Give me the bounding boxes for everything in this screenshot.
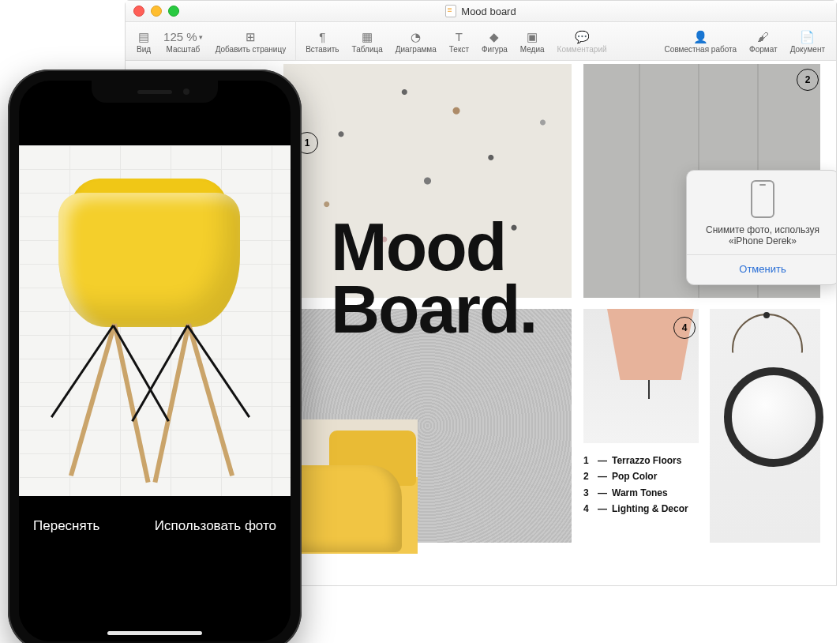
camera-bottom-bar: Переснять Использовать фото: [19, 498, 291, 641]
chair-seat: [58, 193, 240, 327]
legend-row: 4—Lighting & Decor: [583, 501, 688, 517]
document-label: Документ: [790, 45, 825, 54]
chart-button[interactable]: ◔ Диаграмма: [389, 22, 443, 60]
legend-row: 3—Warm Tones: [583, 485, 688, 501]
mirror-nail: [763, 312, 770, 318]
zoom-value: 125 %▾: [163, 29, 203, 45]
text-label: Текст: [449, 45, 469, 54]
media-button[interactable]: ▣ Медиа: [514, 22, 551, 60]
lamp-cord: [648, 380, 650, 399]
text-button[interactable]: T Текст: [443, 22, 475, 60]
shape-button[interactable]: ◆ Фигура: [475, 22, 514, 60]
text-icon: T: [456, 29, 463, 45]
document-title[interactable]: Mood Board.: [331, 216, 536, 340]
table-button[interactable]: ▦ Таблица: [346, 22, 389, 60]
format-label: Формат: [749, 45, 778, 54]
chart-icon: ◔: [411, 29, 421, 45]
legend-row: 2—Pop Color: [583, 468, 688, 484]
marker-4[interactable]: 4: [673, 317, 696, 339]
zoom-label: Масштаб: [166, 45, 200, 54]
document-button[interactable]: 📄 Документ: [784, 22, 831, 60]
shape-label: Фигура: [482, 45, 508, 54]
collaborate-button[interactable]: 👤 Совместная работа: [658, 22, 744, 60]
iphone-device: Переснять Использовать фото: [8, 70, 302, 643]
insert-label: Вставить: [306, 45, 339, 54]
toolbar: ▤ Вид 125 %▾ Масштаб ⊞ Добавить страницу…: [126, 22, 836, 61]
popover-cancel-button[interactable]: Отменить: [695, 260, 831, 278]
comment-button[interactable]: 💬 Комментарий: [551, 22, 613, 60]
view-icon: ▤: [138, 29, 149, 45]
format-icon: 🖌: [757, 29, 769, 45]
shape-icon: ◆: [489, 29, 499, 45]
table-label: Таблица: [352, 45, 383, 54]
zoom-control[interactable]: 125 %▾ Масштаб: [157, 22, 209, 60]
add-page-label: Добавить страницу: [216, 45, 287, 54]
mirror-ring: [724, 367, 823, 467]
phone-icon: [751, 180, 774, 218]
comment-icon: 💬: [575, 29, 590, 45]
collaborate-icon: 👤: [693, 29, 708, 45]
media-icon: ▣: [527, 29, 538, 45]
marker-2[interactable]: 2: [797, 69, 819, 91]
comment-label: Комментарий: [557, 45, 607, 54]
camera-preview[interactable]: [19, 145, 291, 496]
chart-label: Диаграмма: [396, 45, 437, 54]
home-indicator[interactable]: [107, 631, 202, 635]
titlebar: Mood board: [126, 1, 836, 22]
document-icon: [445, 5, 456, 17]
iphone-notch: [92, 81, 218, 103]
popover-text: Снимите фото, используя «iPhone Derek»: [695, 224, 831, 246]
continuity-camera-popover: Снимите фото, используя «iPhone Derek» О…: [686, 170, 836, 285]
retake-button[interactable]: Переснять: [33, 518, 99, 534]
legend-row: 1—Terrazzo Floors: [583, 453, 688, 468]
insert-icon: ¶: [319, 29, 325, 45]
window-title-text: Mood board: [461, 6, 516, 17]
view-label: Вид: [137, 45, 151, 54]
document-panel-icon: 📄: [800, 29, 815, 45]
collaborate-label: Совместная работа: [665, 45, 737, 54]
add-page-button[interactable]: ⊞ Добавить страницу: [209, 22, 297, 60]
insert-button[interactable]: ¶ Вставить: [299, 22, 345, 60]
title-line2: Board.: [331, 271, 536, 347]
add-page-icon: ⊞: [246, 29, 256, 45]
table-icon: ▦: [362, 29, 373, 45]
legend[interactable]: 1—Terrazzo Floors 2—Pop Color 3—Warm Ton…: [583, 453, 688, 517]
window-title: Mood board: [126, 5, 836, 17]
media-label: Медиа: [520, 45, 545, 54]
iphone-screen: Переснять Использовать фото: [19, 81, 291, 641]
use-photo-button[interactable]: Использовать фото: [155, 518, 276, 534]
view-button[interactable]: ▤ Вид: [130, 22, 157, 60]
format-button[interactable]: 🖌 Формат: [743, 22, 784, 60]
